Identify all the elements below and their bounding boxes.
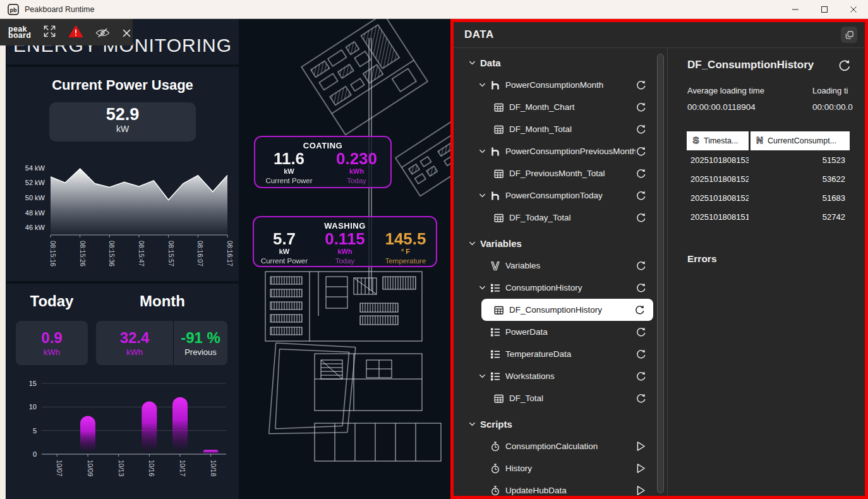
svg-text:08:16:17: 08:16:17 — [226, 241, 234, 267]
current-power-value-card: 52.9 kW — [49, 102, 196, 141]
refresh-icon[interactable] — [636, 282, 646, 293]
refresh-icon[interactable] — [636, 168, 646, 179]
chevron-down-icon — [469, 241, 480, 246]
current-power-value: 52.9 — [49, 102, 196, 124]
tree-item-data[interactable]: Data — [454, 52, 654, 74]
tree-item-workstations[interactable]: Workstations — [454, 365, 654, 387]
month-delta-value: -91 % — [181, 330, 220, 346]
svg-text:N: N — [756, 135, 763, 145]
tree-item-label: Variables — [480, 238, 654, 249]
titlebar: pb Peakboard Runtime — [0, 0, 868, 19]
metric-temperature: 145.5° FTemperature — [375, 231, 436, 265]
column-header: STimesta... — [687, 131, 749, 150]
chevron-down-icon — [469, 61, 480, 65]
tree-item-updatehubdata[interactable]: UpdateHubData — [454, 479, 654, 496]
tree-item-df_month_chart[interactable]: DF_Month_Chart — [454, 96, 654, 118]
refresh-icon[interactable] — [636, 260, 646, 271]
detail-data-table: STimesta...NCurrentConsumpt...2025101808… — [687, 131, 850, 226]
loading-stats: Average loading time00:00:00.0118904Load… — [687, 86, 865, 112]
table-header: STimesta...NCurrentConsumpt... — [687, 131, 850, 150]
refresh-icon[interactable] — [636, 190, 646, 201]
table-icon — [494, 102, 504, 112]
refresh-icon[interactable] — [634, 304, 645, 315]
tree-item-label: PowerConsumptionToday — [505, 191, 636, 200]
refresh-icon[interactable] — [636, 349, 646, 359]
tree-item-variables[interactable]: Variables — [454, 255, 654, 277]
refresh-icon[interactable] — [636, 371, 646, 382]
expand-icon[interactable] — [43, 25, 56, 38]
tree-item-label: PowerData — [505, 327, 636, 337]
refresh-icon[interactable] — [636, 80, 646, 90]
minimize-button[interactable] — [781, 0, 810, 18]
tree-item-df_consumptionhistory[interactable]: DF_ConsumptionHistory — [481, 299, 653, 321]
tree-item-label: DF_Total — [509, 394, 636, 403]
tree-item-label: UpdateHubData — [505, 486, 636, 495]
svg-text:10/16: 10/16 — [148, 460, 155, 476]
maximize-button[interactable] — [810, 0, 839, 18]
data-tree: DataPowerConsumptionMonthDF_Month_ChartD… — [454, 48, 654, 496]
svg-text:08:15:16: 08:15:16 — [49, 241, 57, 267]
month-delta-label: Previous — [184, 347, 217, 357]
refresh-icon[interactable] — [636, 124, 646, 135]
hub-icon — [490, 80, 500, 90]
hub-icon — [490, 191, 500, 201]
refresh-icon[interactable] — [636, 102, 646, 112]
month-value: 32.4 — [120, 330, 150, 346]
peakboard-logo: peak board — [8, 26, 31, 39]
today-heading: Today — [19, 292, 85, 310]
chevron-down-icon — [469, 422, 480, 426]
app-window: pb Peakboard Runtime — [0, 0, 868, 499]
today-unit: kWh — [44, 347, 60, 357]
today-month-panel: Today Month 0.9 kWh 32.4 kWh -91 % Previ… — [6, 284, 239, 499]
copy-icon[interactable] — [841, 27, 857, 43]
refresh-icon[interactable] — [838, 59, 851, 72]
tree-item-temperaturedata[interactable]: TemperatureData — [454, 343, 654, 365]
tree-item-powerconsumptionpreviousmonth[interactable]: PowerConsumptionPreviousMonth — [454, 140, 654, 162]
tree-item-consumptionhistory[interactable]: ConsumptionHistory — [454, 277, 654, 299]
chevron-down-icon — [479, 149, 490, 153]
tree-item-powerdata[interactable]: PowerData — [454, 321, 654, 343]
svg-text:10/18: 10/18 — [210, 460, 217, 476]
tree-item-label: TemperatureData — [505, 349, 636, 359]
tree-item-powerconsumptionmonth[interactable]: PowerConsumptionMonth — [454, 74, 654, 96]
today-value-card: 0.9 kWh — [16, 321, 88, 365]
month-value-card: 32.4 kWh -91 % Previous — [96, 321, 227, 365]
table-icon — [494, 305, 504, 315]
tree-item-df_today_total[interactable]: DF_Today_Total — [454, 207, 654, 229]
refresh-icon[interactable] — [636, 212, 646, 223]
tree-item-powerconsumptiontoday[interactable]: PowerConsumptionToday — [454, 184, 654, 207]
list-icon — [490, 371, 500, 382]
svg-text:pb: pb — [10, 7, 17, 13]
tree-item-label: DF_Month_Total — [509, 124, 636, 134]
tree-item-variables[interactable]: Variables — [454, 232, 654, 255]
play-icon[interactable] — [636, 441, 646, 452]
eye-off-icon[interactable] — [95, 28, 110, 38]
tree-item-df_total[interactable]: DF_Total — [454, 387, 654, 409]
month-consumption: 32.4 kWh — [96, 321, 174, 365]
errors-heading: Errors — [687, 253, 717, 265]
tree-item-scripts[interactable]: Scripts — [454, 413, 654, 435]
refresh-icon[interactable] — [636, 327, 646, 337]
svg-text:50 kW: 50 kW — [25, 194, 45, 201]
current-power-panel: Current Power Usage 52.9 kW 46 kW48 kW50… — [6, 67, 239, 281]
tree-item-df_month_total[interactable]: DF_Month_Total — [454, 118, 654, 140]
loading-stat: Loading ti00:00:00.0 — [812, 86, 865, 112]
play-icon[interactable] — [636, 463, 646, 474]
refresh-icon[interactable] — [636, 393, 646, 404]
tree-item-label: History — [505, 464, 636, 473]
detail-title-row: DF_ConsumptionHistory — [687, 56, 851, 75]
tree-item-label: Data — [480, 57, 654, 68]
hub-icon — [490, 147, 500, 157]
tree-item-history[interactable]: History — [454, 457, 654, 479]
warning-icon[interactable] — [68, 25, 83, 38]
close-icon[interactable] — [122, 28, 131, 38]
tree-item-df_previousmonth_total[interactable]: DF_PreviousMonth_Total — [454, 162, 654, 184]
tree-item-consumptioncalculation[interactable]: ConsumptionCalculation — [454, 435, 654, 457]
play-icon[interactable] — [636, 485, 646, 496]
detail-title: DF_ConsumptionHistory — [687, 59, 814, 71]
close-button[interactable] — [839, 0, 868, 18]
tree-scrollbar[interactable] — [657, 54, 664, 493]
refresh-icon[interactable] — [636, 146, 646, 157]
table-icon — [494, 169, 504, 179]
svg-text:08:15:36: 08:15:36 — [108, 241, 116, 267]
